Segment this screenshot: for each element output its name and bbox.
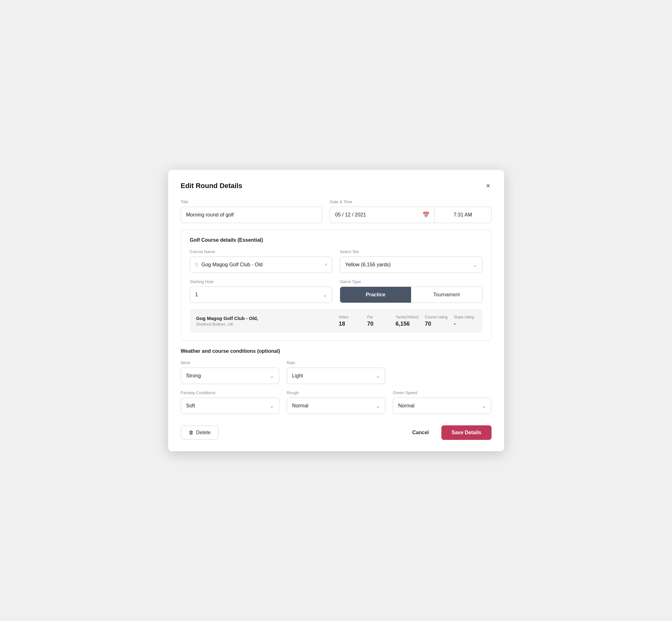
title-label: Title — [181, 199, 323, 204]
holes-label: Holes — [339, 315, 349, 319]
wind-label: Wind — [181, 360, 279, 365]
par-label: Par — [367, 315, 373, 319]
chevron-down-icon: ⌄ — [473, 262, 477, 268]
save-button[interactable]: Save Details — [442, 425, 491, 440]
course-stat-course-rating: Course rating 70 — [418, 315, 447, 327]
time-value: 7:31 AM — [454, 212, 472, 218]
slope-rating-label: Slope rating — [454, 315, 474, 319]
chevron-down-icon: ⌄ — [270, 403, 274, 409]
game-type-toggle: Practice Tournament — [340, 287, 482, 303]
date-time-inputs: 05 / 12 / 2021 📅 7:31 AM — [330, 207, 491, 223]
weather-section-title: Weather and course conditions (optional) — [181, 348, 492, 354]
edit-round-modal: Edit Round Details × Title Date & Time 0… — [168, 170, 504, 451]
course-name-group: Course Name ⚲ Gog Magog Golf Club - Old … — [190, 249, 333, 273]
game-type-group: Game Type Practice Tournament — [340, 279, 482, 303]
chevron-down-icon: ⌄ — [270, 373, 274, 379]
course-name-input[interactable]: ⚲ Gog Magog Golf Club - Old × — [190, 256, 333, 273]
green-speed-label: Green Speed — [393, 390, 491, 395]
golf-course-title: Golf Course details (Essential) — [190, 237, 482, 243]
course-name-label: Course Name — [190, 249, 333, 254]
course-rating-value: 70 — [425, 321, 431, 327]
course-tee-row: Course Name ⚲ Gog Magog Golf Club - Old … — [190, 249, 482, 273]
search-icon: ⚲ — [195, 262, 199, 268]
calendar-icon: 📅 — [422, 211, 429, 218]
time-input[interactable]: 7:31 AM — [435, 207, 492, 223]
fairway-rough-green-row: Fairway Conditions Soft ⌄ Rough Normal ⌄… — [181, 390, 492, 414]
chevron-down-icon: ⌄ — [376, 373, 380, 379]
rain-label: Rain — [287, 360, 385, 365]
wind-rain-row: Wind Strong ⌄ Rain Light ⌄ — [181, 360, 492, 384]
rough-label: Rough — [287, 390, 385, 395]
weather-section: Weather and course conditions (optional)… — [181, 348, 492, 414]
tournament-button[interactable]: Tournament — [411, 287, 482, 303]
rough-group: Rough Normal ⌄ — [287, 390, 385, 414]
chevron-down-icon: ⌄ — [482, 403, 486, 409]
slope-rating-value: - — [454, 321, 456, 327]
holes-value: 18 — [339, 321, 345, 327]
course-info-card: Gog Magog Golf Club - Old, Shelford Bott… — [190, 309, 482, 333]
footer: 🗑 Delete Cancel Save Details — [181, 422, 492, 440]
title-input[interactable] — [181, 207, 323, 223]
rough-value: Normal — [292, 403, 376, 409]
starting-hole-dropdown[interactable]: 1 ⌄ — [190, 287, 333, 303]
rain-dropdown[interactable]: Light ⌄ — [287, 368, 385, 384]
delete-label: Delete — [196, 430, 211, 436]
course-info-name-group: Gog Magog Golf Club - Old, Shelford Bott… — [196, 316, 333, 327]
course-info-name: Gog Magog Golf Club - Old, — [196, 316, 333, 321]
fairway-group: Fairway Conditions Soft ⌄ — [181, 390, 279, 414]
fairway-value: Soft — [186, 403, 270, 409]
hole-gametype-row: Starting Hole 1 ⌄ Game Type Practice Tou… — [190, 279, 482, 303]
date-input[interactable]: 05 / 12 / 2021 📅 — [330, 207, 434, 223]
wind-dropdown[interactable]: Strong ⌄ — [181, 368, 279, 384]
course-info-location: Shelford Bottom, UK — [196, 322, 333, 327]
delete-button[interactable]: 🗑 Delete — [181, 426, 219, 440]
course-name-value: Gog Magog Golf Club - Old — [202, 262, 325, 267]
modal-title: Edit Round Details — [181, 182, 243, 190]
yards-label: Yards(Yellow) — [395, 315, 419, 319]
rain-group: Rain Light ⌄ — [287, 360, 385, 384]
close-button[interactable]: × — [485, 181, 492, 191]
chevron-down-icon: ⌄ — [376, 403, 380, 409]
select-tee-dropdown[interactable]: Yellow (6,156 yards) ⌄ — [340, 256, 482, 273]
green-speed-dropdown[interactable]: Normal ⌄ — [393, 398, 491, 414]
rain-value: Light — [292, 373, 376, 379]
chevron-down-icon: ⌄ — [323, 292, 327, 298]
par-value: 70 — [367, 321, 374, 327]
game-type-label: Game Type — [340, 279, 482, 284]
select-tee-group: Select Tee Yellow (6,156 yards) ⌄ — [340, 249, 482, 273]
green-speed-group: Green Speed Normal ⌄ — [393, 390, 491, 414]
course-stat-par: Par 70 — [361, 315, 389, 327]
modal-header: Edit Round Details × — [181, 181, 492, 191]
practice-button[interactable]: Practice — [340, 287, 411, 303]
starting-hole-value: 1 — [195, 292, 323, 298]
golf-course-section: Golf Course details (Essential) Course N… — [181, 230, 492, 341]
datetime-label: Date & Time — [330, 199, 491, 204]
select-tee-value: Yellow (6,156 yards) — [345, 262, 473, 267]
fairway-label: Fairway Conditions — [181, 390, 279, 395]
starting-hole-group: Starting Hole 1 ⌄ — [190, 279, 333, 303]
course-stat-holes: Holes 18 — [333, 315, 361, 327]
yards-value: 6,156 — [395, 321, 410, 327]
wind-group: Wind Strong ⌄ — [181, 360, 279, 384]
trash-icon: 🗑 — [189, 430, 194, 436]
clear-icon[interactable]: × — [325, 262, 328, 267]
title-datetime-row: Title Date & Time 05 / 12 / 2021 📅 7:31 … — [181, 199, 492, 223]
starting-hole-label: Starting Hole — [190, 279, 333, 284]
course-stat-yards: Yards(Yellow) 6,156 — [389, 315, 419, 327]
course-stat-slope-rating: Slope rating - — [448, 315, 476, 327]
title-group: Title — [181, 199, 323, 223]
cancel-button[interactable]: Cancel — [407, 426, 434, 439]
date-value: 05 / 12 / 2021 — [335, 212, 366, 218]
footer-right: Cancel Save Details — [407, 425, 492, 440]
rough-dropdown[interactable]: Normal ⌄ — [287, 398, 385, 414]
select-tee-label: Select Tee — [340, 249, 482, 254]
fairway-dropdown[interactable]: Soft ⌄ — [181, 398, 279, 414]
wind-value: Strong — [186, 373, 270, 379]
green-speed-value: Normal — [398, 403, 482, 409]
course-rating-label: Course rating — [425, 315, 447, 319]
datetime-group: Date & Time 05 / 12 / 2021 📅 7:31 AM — [330, 199, 491, 223]
